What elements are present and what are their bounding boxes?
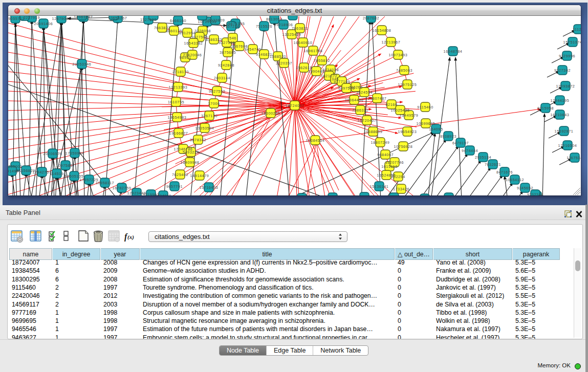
svg-text:16033809: 16033809: [206, 18, 225, 23]
svg-text:6479197: 6479197: [452, 141, 469, 145]
svg-text:7515526: 7515526: [256, 24, 272, 29]
svg-text:16154808: 16154808: [373, 28, 391, 33]
svg-text:2227919: 2227919: [24, 16, 40, 20]
svg-text:15716485: 15716485: [200, 185, 219, 190]
svg-text:10963287: 10963287: [74, 16, 93, 19]
svg-text:3220357: 3220357: [276, 61, 292, 65]
svg-text:12444195: 12444195: [551, 98, 570, 103]
svg-text:7625402: 7625402: [172, 172, 188, 177]
svg-text:2087682: 2087682: [363, 16, 379, 20]
svg-text:746266: 746266: [349, 85, 363, 90]
svg-text:12942757: 12942757: [33, 170, 52, 174]
svg-text:9232344: 9232344: [527, 192, 543, 196]
svg-text:10688609: 10688609: [364, 129, 383, 134]
svg-text:16648784: 16648784: [444, 49, 463, 54]
svg-text:8938923: 8938923: [440, 134, 456, 139]
svg-text:3267130: 3267130: [201, 114, 217, 118]
svg-text:7955812: 7955812: [314, 58, 330, 63]
svg-text:9684067: 9684067: [377, 152, 394, 157]
svg-text:19384554: 19384554: [306, 138, 325, 143]
svg-text:11123: 11123: [573, 27, 581, 32]
svg-text:29053346: 29053346: [73, 62, 92, 67]
svg-text:17016504: 17016504: [558, 143, 577, 148]
svg-text:13353594: 13353594: [195, 126, 214, 130]
svg-text:20206576: 20206576: [43, 151, 62, 156]
svg-text:62160: 62160: [386, 102, 398, 107]
svg-text:16782759: 16782759: [113, 186, 132, 190]
svg-text:3226058: 3226058: [194, 29, 211, 33]
svg-text:1610755: 1610755: [168, 100, 184, 104]
svg-text:9245652: 9245652: [517, 186, 533, 190]
svg-text:3878342: 3878342: [190, 138, 206, 142]
svg-text:12093872: 12093872: [556, 84, 575, 89]
svg-text:7485063: 7485063: [396, 68, 412, 73]
svg-text:10699695: 10699695: [417, 121, 435, 126]
svg-text:1733426: 1733426: [393, 187, 409, 191]
svg-text:7632621: 7632621: [485, 162, 501, 167]
svg-text:9242848: 9242848: [218, 63, 234, 68]
svg-text:8604811: 8604811: [155, 193, 171, 196]
svg-text:7986322: 7986322: [352, 108, 368, 113]
svg-text:10807487: 10807487: [368, 96, 387, 101]
svg-text:10975857: 10975857: [56, 163, 75, 168]
svg-text:15692971: 15692971: [555, 129, 574, 134]
svg-text:9827552: 9827552: [209, 89, 225, 94]
svg-text:9657791: 9657791: [166, 184, 183, 189]
svg-text:19654923: 19654923: [398, 129, 417, 134]
svg-text:15720407: 15720407: [358, 118, 377, 123]
svg-text:16961758: 16961758: [304, 49, 323, 53]
svg-text:2718170: 2718170: [172, 70, 189, 74]
svg-text:2803144: 2803144: [214, 76, 230, 80]
svg-text:1588520: 1588520: [270, 54, 286, 59]
svg-text:546: 546: [229, 36, 236, 40]
svg-text:23420046: 23420046: [183, 53, 202, 57]
svg-text:10756928: 10756928: [394, 144, 413, 149]
svg-text:7357224: 7357224: [223, 24, 239, 29]
svg-text:16409948: 16409948: [181, 160, 200, 165]
svg-text:252254: 252254: [391, 174, 405, 179]
svg-text:12879041: 12879041: [52, 16, 71, 21]
svg-text:20364436: 20364436: [345, 98, 364, 102]
svg-text:8813054: 8813054: [266, 17, 282, 21]
svg-text:8471676: 8471676: [496, 170, 513, 174]
svg-text:9115460: 9115460: [417, 105, 433, 110]
svg-text:10025438: 10025438: [391, 108, 410, 113]
svg-text:12213393: 12213393: [169, 85, 188, 90]
svg-text:9329996: 9329996: [559, 54, 575, 58]
svg-text:1167534: 1167534: [567, 156, 581, 160]
svg-text:16210643: 16210643: [551, 113, 570, 117]
svg-text:5493222: 5493222: [183, 150, 199, 155]
svg-text:9227342: 9227342: [554, 68, 571, 73]
svg-text:16640910: 16640910: [294, 40, 313, 45]
svg-text:15751074: 15751074: [563, 40, 581, 45]
svg-text:9734028: 9734028: [322, 68, 339, 72]
svg-text:3875685: 3875685: [220, 50, 236, 55]
svg-text:19055712: 19055712: [8, 16, 25, 21]
svg-text:1624554: 1624554: [356, 90, 373, 95]
svg-text:19166827: 19166827: [169, 131, 188, 136]
svg-text:19654983: 19654983: [168, 115, 187, 120]
svg-text:8454749: 8454749: [245, 47, 261, 52]
svg-text:2935134: 2935134: [475, 155, 491, 160]
svg-text:10973493: 10973493: [389, 53, 408, 57]
svg-text:164095: 164095: [429, 127, 443, 132]
svg-text:10654112: 10654112: [506, 178, 524, 182]
svg-text:9777169: 9777169: [334, 79, 350, 84]
svg-text:114519: 114519: [50, 171, 63, 176]
svg-text:10958117: 10958117: [96, 181, 114, 185]
svg-text:9474444: 9474444: [462, 148, 478, 153]
svg-text:15136141: 15136141: [370, 184, 389, 189]
svg-text:10653267: 10653267: [108, 16, 127, 20]
svg-text:18807249: 18807249: [371, 140, 390, 145]
svg-text:12975125: 12975125: [398, 82, 417, 87]
svg-text:6466160: 6466160: [170, 18, 186, 23]
svg-text:20691406: 20691406: [34, 21, 53, 26]
svg-text:11207746: 11207746: [385, 160, 404, 165]
svg-text:18300295: 18300295: [262, 111, 280, 116]
svg-text:18724007: 18724007: [286, 103, 304, 108]
svg-text:19218906: 19218906: [274, 23, 293, 27]
svg-text:14914479: 14914479: [190, 173, 209, 178]
svg-text:12213967: 12213967: [382, 40, 401, 45]
svg-text:8215958: 8215958: [537, 106, 554, 111]
svg-text:17006: 17006: [208, 101, 220, 106]
